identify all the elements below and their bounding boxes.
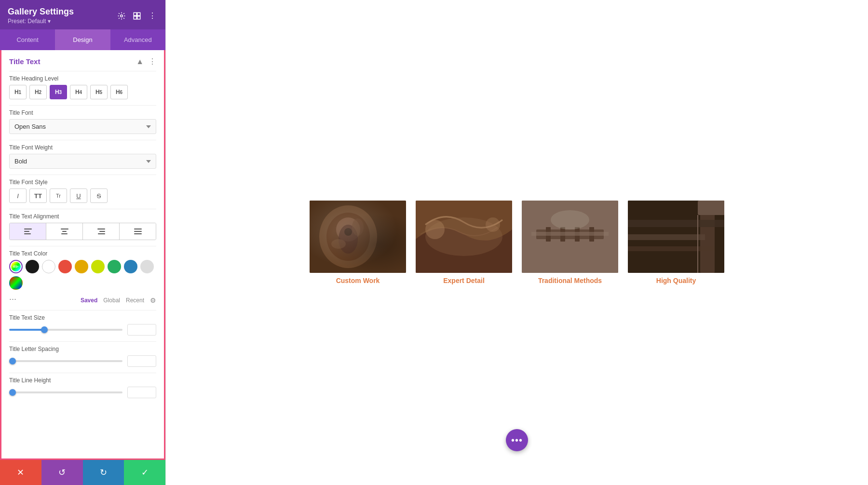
- gallery-item-0[interactable]: Custom Work: [310, 201, 406, 284]
- svg-rect-1: [134, 13, 136, 15]
- gallery-item-3[interactable]: High Quality: [628, 201, 724, 284]
- align-center-btn[interactable]: [46, 223, 83, 240]
- font-field: Title Font Open Sans Roboto Arial Georgi…: [1, 106, 164, 140]
- align-right-btn[interactable]: [83, 223, 120, 240]
- letter-spacing-slider[interactable]: [9, 360, 122, 362]
- color-swatch-blue[interactable]: [124, 260, 137, 273]
- section-more-icon[interactable]: ⋮: [149, 57, 156, 66]
- section-header-icons: ▲ ⋮: [136, 57, 156, 66]
- line-height-value[interactable]: 1em: [127, 387, 156, 398]
- color-picker-btn[interactable]: ✏: [9, 260, 23, 273]
- gallery-caption-2: Traditional Methods: [538, 277, 602, 284]
- svg-rect-5: [310, 201, 406, 273]
- gallery-image-1: [416, 201, 512, 273]
- gallery-item-1[interactable]: Expert Detail: [416, 201, 512, 284]
- align-justify-btn[interactable]: [120, 223, 156, 240]
- svg-point-6: [319, 205, 377, 268]
- strikethrough-btn[interactable]: S: [90, 189, 108, 203]
- sidebar: Gallery Settings Preset: Default ▾ ⋮ Con…: [0, 0, 166, 485]
- svg-point-9: [339, 225, 358, 254]
- settings-icon[interactable]: [116, 11, 127, 21]
- svg-point-11: [331, 239, 346, 249]
- color-tab-global[interactable]: Global: [103, 297, 120, 304]
- sidebar-header: Gallery Settings Preset: Default ▾ ⋮: [0, 0, 165, 29]
- tab-advanced[interactable]: Advanced: [110, 29, 165, 50]
- section-collapse-icon[interactable]: ▲: [136, 57, 144, 66]
- color-more-icon[interactable]: ···: [9, 294, 16, 304]
- section-title: Title Text: [9, 57, 40, 66]
- svg-rect-27: [522, 201, 618, 273]
- sidebar-header-left: Gallery Settings Preset: Default ▾: [8, 7, 74, 25]
- gallery-image-2: [522, 201, 618, 273]
- text-size-slider[interactable]: [9, 329, 122, 331]
- floating-dots-button[interactable]: •••: [506, 429, 528, 451]
- letter-spacing-label: Title Letter Spacing: [9, 346, 156, 352]
- tab-content[interactable]: Content: [0, 29, 55, 50]
- color-tab-recent[interactable]: Recent: [126, 297, 144, 304]
- preset-arrow-icon: ▾: [48, 18, 51, 25]
- color-swatch-gradient[interactable]: [9, 276, 23, 290]
- redo-button[interactable]: ↻: [83, 460, 124, 485]
- color-settings-icon[interactable]: ⚙: [150, 296, 156, 304]
- tab-design[interactable]: Design: [55, 29, 110, 50]
- text-alignment-label: Title Text Alignment: [9, 213, 156, 220]
- gallery-caption-0: Custom Work: [336, 277, 380, 284]
- undo-button[interactable]: ↺: [41, 460, 83, 485]
- heading-h5-btn[interactable]: H5: [90, 85, 108, 99]
- svg-point-10: [344, 228, 352, 236]
- heading-h4-btn[interactable]: H4: [70, 85, 87, 99]
- svg-point-0: [121, 14, 123, 17]
- save-button[interactable]: ✓: [124, 460, 165, 485]
- redo-icon: ↻: [100, 467, 107, 478]
- text-alignment-field: Title Text Alignment: [1, 209, 164, 246]
- color-swatch-yellow[interactable]: [75, 260, 88, 273]
- color-tab-saved[interactable]: Saved: [81, 297, 97, 304]
- color-swatches: ✏: [9, 260, 156, 290]
- svg-point-8: [336, 217, 360, 242]
- preset-label: Preset: Default: [8, 18, 46, 25]
- svg-rect-13: [310, 201, 406, 273]
- undo-icon: ↺: [58, 467, 66, 478]
- gallery-caption-1: Expert Detail: [443, 277, 485, 284]
- letter-spacing-value[interactable]: 0px: [127, 355, 156, 367]
- save-icon: ✓: [141, 467, 149, 478]
- font-weight-field: Title Font Weight Bold Normal Light Extr…: [1, 140, 164, 175]
- heading-h2-btn[interactable]: H2: [29, 85, 47, 99]
- heading-h3-btn[interactable]: H3: [50, 85, 67, 99]
- color-tabs: Saved Global Recent ⚙: [81, 296, 156, 304]
- text-size-slider-row: 14px: [9, 324, 156, 336]
- color-swatch-green[interactable]: [108, 260, 121, 273]
- layout-icon[interactable]: [132, 11, 142, 21]
- heading-level-label: Title Heading Level: [9, 75, 156, 82]
- align-left-btn[interactable]: [10, 223, 46, 240]
- underline-btn[interactable]: U: [70, 189, 87, 203]
- color-swatch-white[interactable]: [42, 260, 55, 273]
- heading-level-field: Title Heading Level H1 H2 H3 H4 H5 H6: [1, 71, 164, 105]
- heading-h1-btn[interactable]: H1: [9, 85, 27, 99]
- color-swatch-black[interactable]: [26, 260, 39, 273]
- close-button[interactable]: ✕: [0, 460, 41, 485]
- uppercase-btn[interactable]: TT: [29, 189, 47, 203]
- color-swatch-red[interactable]: [58, 260, 72, 273]
- font-style-label: Title Font Style: [9, 179, 156, 186]
- eyedropper-icon: ✏: [13, 263, 19, 270]
- heading-h6-btn[interactable]: H6: [110, 85, 128, 99]
- capitalize-btn[interactable]: Tr: [50, 189, 67, 203]
- italic-btn[interactable]: I: [9, 189, 27, 203]
- svg-rect-3: [134, 16, 136, 19]
- text-size-value[interactable]: 14px: [127, 324, 156, 336]
- letter-spacing-field: Title Letter Spacing 0px: [1, 342, 164, 373]
- preset-selector[interactable]: Preset: Default ▾: [8, 18, 74, 25]
- font-style-field: Title Font Style I TT Tr U S: [1, 175, 164, 209]
- gallery-image-3: [628, 201, 724, 273]
- gallery-item-2[interactable]: Traditional Methods: [522, 201, 618, 284]
- color-swatch-lime[interactable]: [91, 260, 105, 273]
- color-swatch-light[interactable]: [140, 260, 154, 273]
- font-weight-select[interactable]: Bold Normal Light Extra Bold: [9, 154, 156, 169]
- line-height-slider[interactable]: [9, 391, 122, 393]
- svg-rect-18: [416, 201, 512, 273]
- font-select[interactable]: Open Sans Roboto Arial Georgia: [9, 119, 156, 134]
- sidebar-toolbar: ✕ ↺ ↻ ✓: [0, 460, 165, 485]
- more-options-icon[interactable]: ⋮: [147, 11, 158, 21]
- font-style-buttons: I TT Tr U S: [9, 189, 156, 203]
